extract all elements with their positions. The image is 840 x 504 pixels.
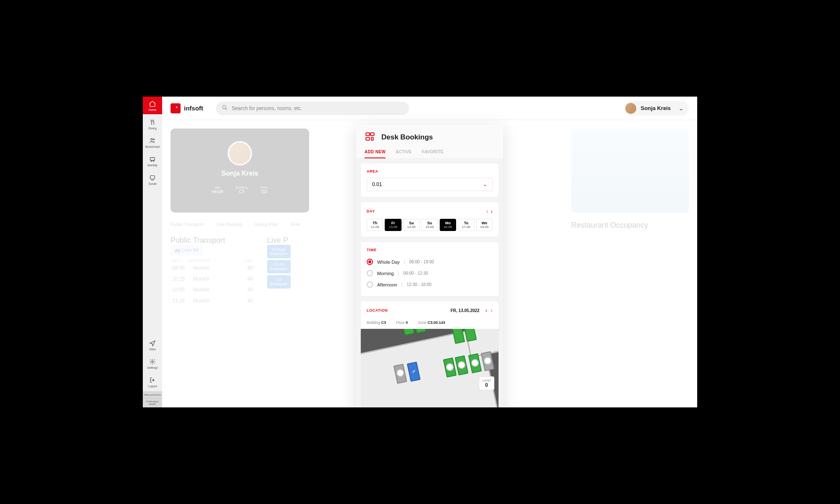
floorplan-map[interactable]: ✓ Level 0 — [361, 329, 499, 407]
worksmart-icon — [149, 137, 156, 144]
svg-point-4 — [153, 160, 154, 161]
desk-bookings-icon — [365, 131, 375, 144]
day-chip[interactable]: Fr13.05 — [385, 219, 401, 231]
svg-point-3 — [151, 160, 152, 161]
level-badge[interactable]: Level 0 — [479, 376, 494, 390]
search-placeholder: Search for persons, rooms, etc. — [232, 105, 302, 111]
nav-label: Mobility — [147, 164, 158, 167]
dining-icon — [149, 118, 156, 126]
footer-data-protection[interactable]: Data protection — [143, 391, 162, 398]
sites-icon — [149, 339, 156, 347]
area-label: AREA — [367, 169, 493, 173]
check-icon: ✓ — [410, 368, 417, 375]
day-chip[interactable]: Su15.05 — [421, 219, 438, 231]
radio-icon — [367, 259, 373, 265]
brand-text: infsoft — [184, 105, 203, 112]
svg-rect-5 — [150, 176, 155, 179]
day-chip[interactable]: Sa14.05 — [403, 219, 420, 231]
radio-icon — [367, 281, 373, 288]
sidebar: Home Dining WorkSmart Mobility Social Si… — [143, 97, 162, 407]
social-icon — [149, 174, 156, 181]
day-chip[interactable]: Mo16.05 — [440, 219, 456, 231]
home-icon — [149, 100, 156, 108]
area-select[interactable]: 0.01 ⌄ — [367, 178, 493, 191]
svg-point-0 — [151, 138, 152, 140]
user-menu[interactable]: Sonja Kreis ⌄ — [624, 101, 689, 116]
nav-label: Dining — [148, 127, 157, 130]
prev-location-arrow-icon[interactable]: ‹ — [486, 307, 488, 314]
time-card: TIME Whole Day | 06:00 - 18:00 Morning |… — [360, 242, 499, 297]
tab-active[interactable]: ACTIVE — [396, 147, 412, 158]
nav-label: Sites — [149, 348, 156, 351]
svg-point-6 — [152, 361, 153, 362]
time-option[interactable]: Whole Day | 06:00 - 18:00 — [367, 256, 493, 268]
day-chip[interactable]: We18.05 — [476, 219, 493, 231]
radio-icon — [367, 270, 373, 276]
day-label: DAY — [367, 209, 375, 213]
avatar — [625, 103, 636, 114]
tab-add-new[interactable]: ADD NEW — [365, 147, 386, 158]
nav-label: Logout — [148, 385, 157, 388]
topbar: infsoft Search for persons, rooms, etc. … — [162, 97, 697, 120]
day-chip[interactable]: Th12.05 — [367, 219, 383, 231]
nav-label: WorkSmart — [145, 145, 160, 148]
day-chip[interactable]: Tu17.05 — [458, 219, 474, 231]
brand-logo[interactable]: infsoft — [171, 103, 203, 113]
chevron-down-icon: ⌄ — [678, 104, 684, 112]
nav-label: Home — [149, 108, 157, 111]
day-card: DAY ‹ › Th12.05Fr13.05Sa14.05Su15.05Mo16… — [360, 202, 499, 237]
search-input[interactable]: Search for persons, rooms, etc. — [216, 102, 409, 115]
desk-bookings-modal: Desk Bookings ADD NEW ACTIVE FAVORITE AR… — [356, 124, 503, 407]
time-option[interactable]: Afternoon | 12:30 - 18:00 — [367, 279, 493, 290]
nav-sites[interactable]: Sites — [143, 336, 162, 354]
nav-mobility[interactable]: Mobility — [143, 152, 162, 170]
area-value: 0.01 — [372, 181, 382, 187]
mobility-icon — [149, 155, 156, 163]
tab-favorite[interactable]: FAVORITE — [422, 147, 444, 158]
next-location-arrow-icon[interactable]: › — [491, 307, 493, 314]
user-name: Sonja Kreis — [640, 105, 671, 111]
time-option[interactable]: Morning | 06:00 - 12:30 — [367, 268, 493, 279]
footer-publication-details[interactable]: Publication details — [143, 398, 162, 407]
logout-icon — [149, 376, 156, 384]
nav-settings[interactable]: Settings — [143, 354, 162, 372]
gear-icon — [149, 358, 156, 365]
next-day-arrow-icon[interactable]: › — [491, 208, 493, 215]
svg-point-1 — [153, 139, 155, 140]
nav-label: Settings — [147, 366, 158, 369]
time-label: TIME — [367, 248, 493, 252]
nav-home[interactable]: Home — [143, 97, 162, 114]
svg-point-7 — [223, 105, 226, 109]
nav-dining[interactable]: Dining — [143, 115, 162, 133]
area-card: AREA 0.01 ⌄ — [360, 163, 499, 197]
location-label: LOCATION — [367, 308, 388, 312]
svg-rect-8 — [366, 133, 370, 136]
svg-rect-2 — [150, 158, 155, 160]
svg-rect-9 — [370, 133, 374, 136]
nav-logout[interactable]: Logout — [143, 373, 162, 391]
search-icon — [222, 105, 228, 112]
chevron-down-icon: ⌄ — [483, 181, 487, 187]
logo-mark-icon — [171, 103, 181, 113]
modal-title: Desk Bookings — [381, 133, 433, 142]
location-card: LOCATION FR, 13.05.2022 ‹ › Building C3 … — [360, 301, 499, 407]
nav-label: Social — [148, 182, 156, 185]
location-date: FR, 13.05.2022 — [451, 308, 480, 313]
nav-worksmart[interactable]: WorkSmart — [143, 134, 162, 151]
svg-rect-10 — [366, 137, 370, 140]
prev-day-arrow-icon[interactable]: ‹ — [486, 208, 488, 215]
nav-social[interactable]: Social — [143, 171, 162, 188]
